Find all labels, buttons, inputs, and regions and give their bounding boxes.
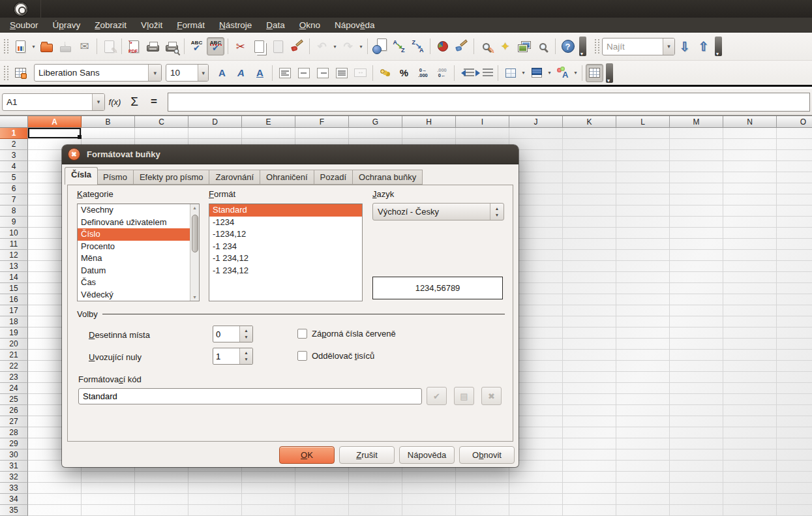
row-header-15[interactable]: 15 bbox=[0, 283, 28, 294]
background-color-dropdown[interactable]: ▾ bbox=[546, 64, 553, 82]
column-header-B[interactable]: B bbox=[82, 116, 135, 128]
column-header-A[interactable]: A bbox=[28, 116, 82, 128]
row-header-13[interactable]: 13 bbox=[0, 261, 28, 272]
scroll-down-arrow-icon[interactable]: ▼ bbox=[190, 295, 199, 299]
undo-button[interactable]: ↶ bbox=[313, 37, 331, 55]
row-header-22[interactable]: 22 bbox=[0, 361, 28, 372]
tab-pozad-[interactable]: Pozadí bbox=[314, 170, 353, 185]
tab-zarovn-n-[interactable]: Zarovnání bbox=[209, 170, 260, 185]
redo-button[interactable]: ↷ bbox=[339, 37, 357, 55]
cell-reference-input[interactable] bbox=[3, 94, 92, 110]
align-justify-button[interactable] bbox=[333, 64, 350, 82]
row-header-25[interactable]: 25 bbox=[0, 394, 28, 405]
row-header-27[interactable]: 27 bbox=[0, 416, 28, 427]
row-header-34[interactable]: 34 bbox=[0, 494, 28, 505]
email-button[interactable]: ✉ bbox=[76, 37, 93, 55]
row-header-31[interactable]: 31 bbox=[0, 461, 28, 472]
paste-button[interactable] bbox=[269, 37, 287, 55]
dialog-titlebar[interactable]: ✖ Formátovat buňky bbox=[62, 145, 519, 164]
category-item[interactable]: Číslo bbox=[78, 228, 190, 241]
formula-input[interactable] bbox=[168, 93, 810, 112]
find-next-button[interactable]: ⇩ bbox=[676, 37, 693, 55]
tab-p-smo[interactable]: Písmo bbox=[97, 170, 134, 185]
menu-item-okno[interactable]: Okno bbox=[292, 19, 327, 31]
row-header-3[interactable]: 3 bbox=[0, 150, 28, 161]
redo-dropdown[interactable]: ▾ bbox=[357, 37, 365, 55]
align-center-button[interactable] bbox=[295, 64, 312, 82]
font-name-dropdown-button[interactable]: ▾ bbox=[148, 65, 161, 81]
row-header-33[interactable]: 33 bbox=[0, 483, 28, 494]
negative-red-checkbox[interactable] bbox=[297, 329, 307, 339]
increase-indent-button[interactable] bbox=[477, 64, 494, 82]
menu-item-format[interactable]: Formát bbox=[170, 19, 212, 31]
toolbar-grip[interactable] bbox=[4, 39, 8, 53]
row-header-8[interactable]: 8 bbox=[0, 205, 28, 217]
show-draw-functions-button[interactable] bbox=[453, 37, 470, 55]
column-header-K[interactable]: K bbox=[563, 116, 616, 128]
leading-zeroes-input[interactable] bbox=[213, 348, 239, 364]
function-wizard-button[interactable]: f(x) bbox=[105, 93, 125, 111]
select-all-corner[interactable] bbox=[0, 115, 28, 128]
row-header-23[interactable]: 23 bbox=[0, 372, 28, 383]
scroll-up-arrow-icon[interactable]: ▲ bbox=[190, 205, 199, 210]
find-toolbar-grip[interactable] bbox=[595, 39, 599, 53]
row-header-32[interactable]: 32 bbox=[0, 472, 28, 483]
column-header-N[interactable]: N bbox=[723, 116, 777, 128]
copy-button[interactable] bbox=[250, 37, 268, 55]
menu-item-upravy[interactable]: Úpravy bbox=[46, 19, 88, 31]
navigator-button[interactable]: ✦ bbox=[496, 37, 514, 55]
category-item[interactable]: Definované uživatelem bbox=[78, 217, 190, 229]
spellcheck-button[interactable]: ABC✔ bbox=[188, 37, 205, 55]
toolbar-overflow-button[interactable] bbox=[606, 63, 613, 83]
column-header-L[interactable]: L bbox=[616, 116, 670, 128]
font-size-input[interactable] bbox=[166, 65, 198, 81]
format-item[interactable]: -1 234,12 bbox=[209, 252, 362, 265]
format-item[interactable]: -1 234 bbox=[209, 241, 362, 253]
italic-button[interactable]: A bbox=[232, 64, 250, 82]
menu-item-soubor[interactable]: Soubor bbox=[3, 19, 46, 31]
row-header-28[interactable]: 28 bbox=[0, 427, 28, 438]
menu-item-napoveda[interactable]: Nápověda bbox=[327, 19, 382, 31]
toolbar-overflow-button[interactable] bbox=[579, 37, 586, 56]
help-button[interactable]: ? bbox=[559, 37, 577, 55]
insert-hyperlink-button[interactable] bbox=[371, 37, 389, 55]
tab-ochrana-bu-ky[interactable]: Ochrana buňky bbox=[353, 170, 423, 185]
background-color-button[interactable] bbox=[528, 64, 545, 82]
print-preview-button[interactable] bbox=[163, 37, 181, 55]
row-header-35[interactable]: 35 bbox=[0, 505, 28, 516]
font-size-dropdown-button[interactable]: ▾ bbox=[198, 65, 208, 81]
find-previous-button[interactable]: ⇧ bbox=[695, 37, 712, 55]
format-item[interactable]: -1234,12 bbox=[209, 228, 362, 241]
borders-button[interactable] bbox=[502, 64, 519, 82]
name-box-dropdown-button[interactable]: ▾ bbox=[92, 94, 104, 110]
menu-item-zobrazit[interactable]: Zobrazit bbox=[87, 19, 134, 31]
row-header-19[interactable]: 19 bbox=[0, 327, 28, 339]
cut-button[interactable]: ✂ bbox=[232, 37, 249, 55]
print-button[interactable] bbox=[144, 37, 162, 55]
sum-button[interactable]: Σ bbox=[125, 93, 144, 111]
column-header-O[interactable]: O bbox=[777, 116, 812, 128]
dialog-close-button[interactable]: ✖ bbox=[68, 148, 80, 160]
align-right-button[interactable] bbox=[314, 64, 331, 82]
column-header-H[interactable]: H bbox=[402, 116, 456, 128]
edit-mode-button[interactable]: ✎ bbox=[100, 37, 118, 55]
find-dropdown-button[interactable]: ▾ bbox=[663, 38, 674, 55]
fill-handle[interactable] bbox=[78, 135, 82, 139]
clone-formatting-button[interactable] bbox=[288, 37, 306, 55]
category-item[interactable]: Datum bbox=[78, 265, 190, 277]
edit-comment-button[interactable]: ▤ bbox=[454, 387, 474, 405]
row-header-12[interactable]: 12 bbox=[0, 250, 28, 261]
row-header-7[interactable]: 7 bbox=[0, 194, 28, 205]
toolbar-grip[interactable] bbox=[4, 66, 8, 80]
category-item[interactable]: Procento bbox=[78, 241, 190, 253]
category-item[interactable]: Měna bbox=[78, 252, 190, 265]
find-replace-button[interactable]: ✎ bbox=[477, 37, 495, 55]
row-header-11[interactable]: 11 bbox=[0, 239, 28, 250]
font-name-input[interactable] bbox=[35, 65, 148, 81]
row-header-6[interactable]: 6 bbox=[0, 183, 28, 194]
row-header-1[interactable]: 1 bbox=[0, 128, 28, 139]
font-color-dropdown[interactable]: ▾ bbox=[572, 64, 579, 82]
decimal-places-input[interactable] bbox=[213, 326, 239, 342]
column-header-G[interactable]: G bbox=[349, 116, 402, 128]
decrease-indent-button[interactable] bbox=[458, 64, 475, 82]
